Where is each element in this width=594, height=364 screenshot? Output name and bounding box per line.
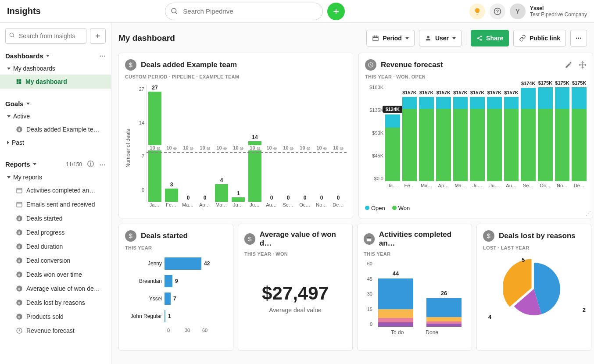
svg-line-46 bbox=[479, 39, 480, 39]
chevron-down-icon bbox=[7, 115, 11, 118]
card-deals-lost: $ Deals lost by reasons LOST · LAST YEAR… bbox=[476, 224, 591, 351]
card-revenue-forecast: Revenue forecast THIS YEAR · WON, OPEN $… bbox=[358, 53, 593, 218]
card-subtitle: THIS YEAR bbox=[125, 245, 227, 250]
dollar-icon: $ bbox=[483, 230, 494, 242]
sidebar-item-report[interactable]: $Deal conversion bbox=[5, 253, 106, 268]
goals-past-group[interactable]: Past bbox=[5, 136, 106, 149]
sidebar-item-report[interactable]: Emails sent and received bbox=[5, 197, 106, 211]
dollar-icon: $ bbox=[125, 230, 136, 242]
svg-text:$: $ bbox=[18, 301, 21, 305]
svg-rect-12 bbox=[17, 82, 19, 84]
search-icon bbox=[9, 32, 15, 38]
user-avatar[interactable]: Y bbox=[510, 4, 526, 19]
sidebar-item-my-dashboard[interactable]: My dashboard bbox=[0, 75, 111, 89]
global-search-input[interactable] bbox=[165, 3, 323, 20]
dollar-icon: $ bbox=[16, 126, 23, 133]
svg-rect-11 bbox=[19, 79, 21, 81]
card-title[interactable]: Deals added Example team bbox=[141, 61, 237, 69]
dashboard-icon bbox=[16, 79, 22, 85]
report-icon bbox=[16, 187, 23, 194]
card-subtitle: THIS YEAR · WON, OPEN bbox=[365, 74, 587, 79]
svg-point-6 bbox=[10, 33, 13, 36]
user-block[interactable]: Yssel Test Pipedrive Company bbox=[530, 5, 587, 18]
reports-section[interactable]: Reports 11/150 ⓘ ⋯ bbox=[5, 157, 106, 171]
card-title[interactable]: Activities completed an… bbox=[379, 230, 465, 248]
my-dashboards-group[interactable]: My dashboards bbox=[5, 62, 106, 75]
svg-text:$: $ bbox=[18, 287, 21, 291]
pie-chart: 5 2 4 bbox=[483, 258, 585, 320]
resize-handle[interactable]: ⋰ bbox=[586, 210, 591, 216]
search-icon bbox=[170, 7, 178, 15]
sidebar-add-button[interactable] bbox=[90, 28, 106, 44]
deals-added-chart: Number of deals 271470 27300411400000 10… bbox=[125, 85, 347, 212]
chevron-down-icon bbox=[7, 176, 11, 178]
svg-point-41 bbox=[427, 36, 429, 38]
report-icon bbox=[16, 327, 23, 334]
chevron-down-icon bbox=[405, 37, 409, 39]
sidebar: Dashboards ⋯ My dashboards My dashboard … bbox=[0, 23, 111, 364]
edit-icon[interactable] bbox=[565, 61, 573, 69]
report-icon: $ bbox=[16, 243, 23, 250]
goals-section[interactable]: Goals bbox=[5, 97, 106, 110]
svg-text:$: $ bbox=[18, 315, 21, 319]
card-subtitle: THIS YEAR · WON bbox=[244, 251, 346, 257]
sidebar-item-report[interactable]: $Deals won over time bbox=[5, 268, 106, 282]
sidebar-item-report[interactable]: $Deals lost by reasons bbox=[5, 296, 106, 310]
card-average-value: $ Average value of won d… THIS YEAR · WO… bbox=[238, 224, 353, 351]
svg-line-7 bbox=[13, 36, 14, 38]
report-icon: $ bbox=[16, 229, 23, 236]
report-icon: $ bbox=[16, 257, 23, 264]
tips-button[interactable] bbox=[469, 4, 485, 19]
svg-text:?: ? bbox=[496, 8, 499, 14]
svg-text:$: $ bbox=[18, 245, 21, 249]
card-title[interactable]: Deals lost by reasons bbox=[499, 232, 576, 240]
share-button[interactable]: Share bbox=[471, 30, 509, 46]
sidebar-item-report[interactable]: $Average value of won de… bbox=[5, 282, 106, 296]
more-icon[interactable]: ⋯ bbox=[99, 161, 106, 168]
goals-active-group[interactable]: Active bbox=[5, 110, 106, 122]
svg-text:$: $ bbox=[18, 231, 21, 235]
sidebar-item-report[interactable]: $Deals started bbox=[5, 211, 106, 225]
chevron-down-icon bbox=[7, 68, 11, 70]
svg-text:$: $ bbox=[18, 273, 21, 277]
move-icon[interactable] bbox=[579, 61, 587, 69]
sidebar-item-report[interactable]: Revenue forecast bbox=[5, 324, 106, 338]
public-link-button[interactable]: Public link bbox=[513, 30, 566, 46]
period-button[interactable]: Period bbox=[366, 30, 415, 46]
svg-text:$: $ bbox=[18, 259, 21, 263]
dashboards-section[interactable]: Dashboards ⋯ bbox=[5, 49, 106, 62]
user-name: Yssel bbox=[530, 5, 587, 11]
report-icon: $ bbox=[16, 299, 23, 306]
svg-text:$: $ bbox=[18, 128, 21, 132]
more-button[interactable]: ⋯ bbox=[570, 30, 587, 46]
sidebar-item-report[interactable]: $Deal progress bbox=[5, 225, 106, 239]
sidebar-item-goal[interactable]: $ Deals added Example te… bbox=[5, 122, 106, 136]
chevron-down-icon bbox=[46, 55, 50, 57]
report-icon: $ bbox=[16, 271, 23, 278]
add-button[interactable] bbox=[327, 3, 345, 20]
help-button[interactable]: ? bbox=[490, 4, 505, 19]
card-title[interactable]: Deals started bbox=[141, 232, 188, 240]
card-title[interactable]: Average value of won d… bbox=[260, 230, 346, 248]
sidebar-item-report[interactable]: $Deal duration bbox=[5, 239, 106, 253]
chevron-right-icon bbox=[7, 141, 9, 144]
svg-point-0 bbox=[172, 8, 176, 13]
svg-rect-13 bbox=[19, 81, 21, 84]
sidebar-item-report[interactable]: Activities completed an… bbox=[5, 183, 106, 197]
my-reports-group[interactable]: My reports bbox=[5, 171, 106, 183]
scorecard: $27,497 Average deal value bbox=[244, 283, 346, 314]
forecast-icon bbox=[365, 59, 376, 71]
card-title[interactable]: Revenue forecast bbox=[381, 61, 443, 69]
sidebar-search-input[interactable] bbox=[5, 28, 86, 44]
svg-point-43 bbox=[477, 37, 479, 39]
user-filter-button[interactable]: User bbox=[419, 30, 462, 46]
more-icon[interactable]: ⋯ bbox=[99, 52, 106, 60]
svg-line-1 bbox=[176, 12, 177, 14]
calendar-icon bbox=[364, 233, 375, 245]
svg-rect-18 bbox=[17, 202, 22, 207]
info-icon[interactable]: ⓘ bbox=[87, 160, 94, 168]
dollar-icon: $ bbox=[244, 233, 255, 245]
report-icon: $ bbox=[16, 285, 23, 292]
sidebar-item-report[interactable]: $Products sold bbox=[5, 310, 106, 324]
chevron-down-icon bbox=[452, 37, 456, 39]
